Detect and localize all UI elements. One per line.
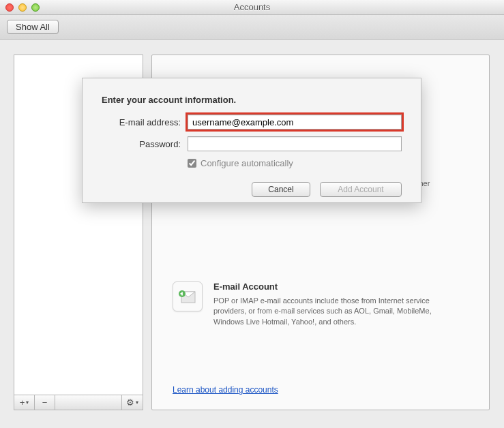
window-controls — [5, 3, 40, 12]
settings-menu-button[interactable]: ⚙ ▾ — [122, 395, 143, 410]
plus-icon: + — [20, 397, 25, 408]
email-icon — [173, 281, 203, 311]
configure-checkbox[interactable] — [188, 159, 196, 168]
learn-link[interactable]: Learn about adding accounts — [173, 385, 278, 395]
zoom-icon[interactable] — [31, 3, 40, 12]
email-text: E-mail Account POP or IMAP e-mail accoun… — [213, 281, 445, 327]
close-icon[interactable] — [5, 3, 14, 12]
footer-spacer — [55, 395, 122, 410]
chevron-down-icon: ▾ — [26, 399, 29, 406]
gear-icon: ⚙ — [126, 397, 134, 408]
configure-row: Configure automatically — [188, 158, 402, 168]
configure-label: Configure automatically — [201, 158, 293, 168]
email-label: E-mail address: — [102, 117, 181, 127]
toolbar: Show All — [0, 15, 504, 40]
account-info-sheet: Enter your account information. E-mail a… — [82, 78, 421, 203]
minimize-icon[interactable] — [18, 3, 27, 12]
chevron-down-icon: ▾ — [136, 399, 138, 406]
email-title: E-mail Account — [213, 281, 445, 292]
remove-account-button[interactable]: − — [35, 395, 55, 410]
email-row: E-mail address: — [102, 114, 402, 129]
titlebar: Accounts — [0, 0, 504, 15]
content-area: + ▾ − ⚙ ▾ ..., select an account type. — [0, 40, 504, 428]
sheet-heading: Enter your account information. — [102, 95, 402, 105]
password-label: Password: — [102, 139, 181, 149]
sidebar-footer: + ▾ − ⚙ ▾ — [14, 395, 143, 410]
email-input[interactable] — [188, 114, 402, 129]
add-account-button[interactable]: Add Account — [320, 182, 402, 197]
password-row: Password: — [102, 136, 402, 151]
email-desc: POP or IMAP e-mail accounts include thos… — [213, 296, 445, 327]
password-input[interactable] — [188, 136, 402, 151]
minus-icon: − — [42, 397, 48, 408]
accounts-window: Accounts Show All + ▾ − ⚙ ▾ ..., select … — [0, 0, 504, 428]
email-account-row[interactable]: E-mail Account POP or IMAP e-mail accoun… — [173, 281, 469, 327]
button-row: Cancel Add Account — [102, 182, 402, 197]
add-account-button[interactable]: + ▾ — [14, 395, 35, 410]
show-all-button[interactable]: Show All — [7, 20, 59, 34]
cancel-button[interactable]: Cancel — [252, 182, 310, 197]
window-title: Accounts — [5, 2, 499, 12]
